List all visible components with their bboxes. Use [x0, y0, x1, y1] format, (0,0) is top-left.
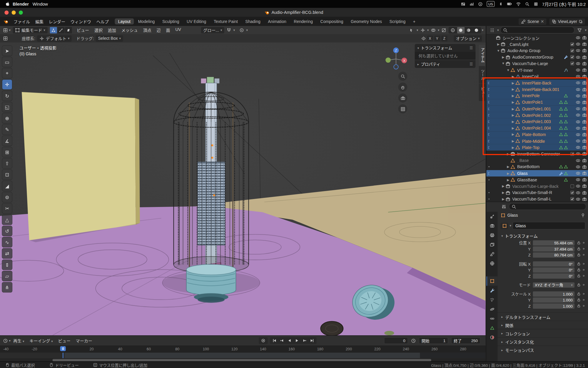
animate-dot-icon[interactable]: [582, 247, 585, 250]
tool-move[interactable]: ✛: [2, 79, 12, 89]
disable-render-icon[interactable]: [581, 164, 588, 169]
outliner-row-innerpole[interactable]: ▶InnerPole: [486, 93, 588, 99]
properties-panel-header[interactable]: ▸プロパティ ☰: [415, 60, 476, 68]
expand-arrow-icon[interactable]: ▶: [511, 113, 515, 117]
object-name[interactable]: InnerBottom-Connector: [517, 152, 568, 156]
timeline-menu-1[interactable]: キーイング ▾: [27, 338, 55, 344]
tool-shear[interactable]: ▱: [2, 271, 12, 281]
object-name[interactable]: OuterPole1: [522, 100, 559, 105]
hide-eye-icon[interactable]: [575, 113, 581, 118]
number-field-3[interactable]: 0°: [533, 261, 575, 266]
sidebar-tab-2[interactable]: ビュー: [479, 84, 485, 101]
current-frame-field[interactable]: 0: [384, 337, 408, 344]
disable-render-icon[interactable]: [581, 68, 588, 73]
object-name[interactable]: AudioConnectorGroup: [512, 55, 564, 59]
mirror-z-button[interactable]: Z: [441, 36, 447, 41]
disable-render-icon[interactable]: [581, 35, 588, 40]
filter-icon[interactable]: [576, 27, 584, 33]
expand-arrow-icon[interactable]: ▶: [511, 139, 515, 143]
properties-search-input[interactable]: [509, 203, 586, 210]
outliner-row-_cam-light[interactable]: ▶_Cam/Light: [486, 41, 588, 47]
hide-eye-icon[interactable]: [575, 145, 581, 150]
transform-panel-header[interactable]: ▾トランスフォーム ☰: [415, 44, 476, 52]
object-type-icon[interactable]: [501, 223, 508, 229]
pan-hand-button[interactable]: [398, 83, 407, 92]
hide-eye-icon[interactable]: [575, 87, 581, 92]
expand-arrow-icon[interactable]: ▶: [506, 178, 510, 182]
workspace-tab-compositing[interactable]: Compositing: [317, 19, 347, 24]
object-name[interactable]: Plate-Bottom: [522, 132, 559, 137]
menubar-clock[interactable]: 7月27日 (水) 午前 10:2: [542, 1, 586, 7]
number-field-9[interactable]: 1.000: [533, 303, 575, 309]
tool-add-cube[interactable]: ⊞: [2, 147, 12, 157]
disable-render-icon[interactable]: [581, 48, 588, 53]
disable-render-icon[interactable]: [581, 93, 588, 98]
hide-eye-icon[interactable]: [575, 48, 581, 53]
outliner-row-vaccumtube-small-r[interactable]: ▶VaccumTube-Small-R: [486, 189, 588, 196]
play-button[interactable]: [294, 338, 300, 344]
animate-dot-icon[interactable]: [582, 268, 585, 271]
proportional-edit-icon[interactable]: [238, 27, 245, 33]
section-1[interactable]: ▸関係: [498, 321, 588, 329]
lock-icon[interactable]: [576, 268, 582, 272]
hide-eye-icon[interactable]: [575, 190, 581, 195]
expand-arrow-icon[interactable]: ▶: [506, 152, 510, 156]
properties-tab-object-data[interactable]: [486, 323, 497, 333]
lock-icon[interactable]: [576, 298, 582, 302]
tool-cursor[interactable]: ⌖: [2, 68, 12, 78]
control-center-icon[interactable]: [461, 2, 465, 6]
outliner-row-audioconnectorgroup[interactable]: ▶AudioConnectorGroup: [486, 54, 588, 60]
workspace-tab-texture-paint[interactable]: Texture Paint: [210, 19, 241, 24]
object-name[interactable]: Plate-Top: [522, 145, 559, 150]
animate-dot-icon[interactable]: [582, 253, 585, 256]
disable-render-icon[interactable]: [581, 100, 588, 105]
object-name[interactable]: Plate-Middle: [522, 139, 559, 143]
properties-tab-view-layer[interactable]: [486, 240, 497, 249]
object-name[interactable]: OuterPole1.004: [522, 126, 559, 130]
viewport-menu-1[interactable]: 選択: [92, 27, 105, 33]
sidebar-tab-1[interactable]: ツール: [479, 66, 485, 83]
outliner-row-basebottom[interactable]: ▶BaseBottom: [486, 164, 588, 170]
hide-eye-icon[interactable]: [575, 106, 581, 111]
object-name[interactable]: _Base: [517, 158, 568, 163]
lock-icon[interactable]: [576, 247, 582, 251]
hide-eye-icon[interactable]: [575, 61, 581, 66]
section-2[interactable]: ▸コレクション: [498, 329, 588, 337]
timeline-editor-icon[interactable]: [1, 337, 9, 344]
workspace-tab-layout[interactable]: Layout: [115, 19, 134, 24]
tool-rotate[interactable]: ↻: [2, 91, 12, 101]
outliner-row-vaccumtube-large[interactable]: ▼VaccumTube-Large: [486, 60, 588, 67]
hide-eye-icon[interactable]: [575, 139, 581, 144]
outliner-row-plate-top[interactable]: ▶Plate-Top: [486, 144, 588, 151]
copy-icon[interactable]: [579, 19, 583, 24]
object-name[interactable]: BaseBottom: [517, 165, 559, 169]
properties-tab-object[interactable]: [486, 276, 497, 286]
disable-render-icon[interactable]: [581, 113, 588, 118]
jump-to-start-button[interactable]: [271, 338, 278, 344]
viewport-menu-4[interactable]: 頂点: [141, 27, 154, 33]
object-name[interactable]: VaccumTube-Large: [512, 61, 568, 66]
tool-bevel[interactable]: ◢: [2, 181, 12, 191]
hide-eye-icon[interactable]: [575, 177, 581, 182]
disable-render-icon[interactable]: [581, 87, 588, 92]
number-field-6[interactable]: XYZ オイラー角▾: [533, 282, 575, 288]
frame-end-field[interactable]: 終了 250: [451, 337, 480, 344]
lock-icon[interactable]: [576, 262, 582, 266]
expand-arrow-icon[interactable]: ▶: [511, 100, 515, 104]
panel-menu-icon[interactable]: ☰: [470, 62, 473, 66]
exclude-checkbox[interactable]: [569, 49, 575, 53]
outliner-row-vt-inner[interactable]: ▼VT-Inner: [486, 67, 588, 73]
workspace-tab-sculpting[interactable]: Sculpting: [159, 19, 183, 24]
properties-tab-output[interactable]: [486, 231, 497, 240]
topbar-menu-0[interactable]: ファイル: [11, 19, 33, 24]
properties-tab-tool[interactable]: [486, 212, 497, 221]
object-types-visibility-icon[interactable]: [408, 27, 416, 33]
topbar-menu-3[interactable]: ウィンドウ: [68, 19, 94, 24]
animate-dot-icon[interactable]: [582, 304, 585, 307]
hide-eye-icon[interactable]: [575, 152, 581, 157]
properties-tab-modifiers[interactable]: [486, 286, 497, 295]
hide-eye-icon[interactable]: [575, 93, 581, 98]
battery-icon[interactable]: [507, 1, 512, 6]
hide-eye-icon[interactable]: [575, 132, 581, 137]
expand-arrow-icon[interactable]: ▶: [511, 146, 515, 150]
